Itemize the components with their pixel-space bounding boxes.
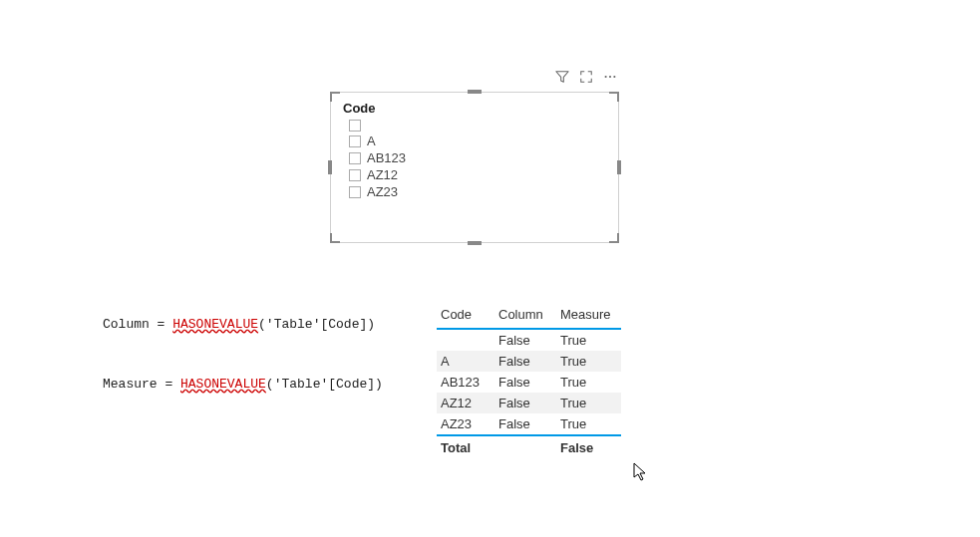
slicer-item-label: AZ12 xyxy=(367,167,398,182)
formula-function: HASONEVALUE xyxy=(180,377,266,392)
cursor-icon xyxy=(633,462,649,485)
table-header-row: Code Column Measure xyxy=(437,303,621,329)
cell-column: False xyxy=(494,351,556,372)
selection-handle[interactable] xyxy=(330,233,340,243)
header-measure[interactable]: Measure xyxy=(556,303,621,329)
cell-code: AB123 xyxy=(437,372,494,393)
selection-handle[interactable] xyxy=(468,90,482,94)
cell-measure: True xyxy=(556,329,621,351)
checkbox-icon[interactable] xyxy=(349,152,361,164)
slicer-item[interactable]: AB123 xyxy=(349,150,606,165)
svg-point-0 xyxy=(605,76,607,78)
slicer-item[interactable]: AZ23 xyxy=(349,184,606,199)
table-row: A False True xyxy=(437,351,621,372)
dax-formula-measure: Measure = HASONEVALUE('Table'[Code]) xyxy=(103,377,383,392)
more-options-icon[interactable] xyxy=(603,70,617,87)
table-row: AZ12 False True xyxy=(437,393,621,413)
table-row: AB123 False True xyxy=(437,372,621,393)
cell-measure: True xyxy=(556,351,621,372)
cell-code: A xyxy=(437,351,494,372)
cell-column: False xyxy=(494,329,556,351)
total-label: Total xyxy=(437,435,494,458)
dax-formula-column: Column = HASONEVALUE('Table'[Code]) xyxy=(103,317,375,332)
slicer-item[interactable]: AZ12 xyxy=(349,167,606,182)
cell-column: False xyxy=(494,413,556,435)
formula-arg: ('Table'[Code]) xyxy=(266,377,383,392)
slicer-toolbar xyxy=(555,70,617,87)
selection-handle[interactable] xyxy=(468,241,482,245)
total-measure: False xyxy=(556,435,621,458)
cell-code: AZ23 xyxy=(437,413,494,435)
slicer-visual[interactable]: Code A AB123 AZ12 AZ23 xyxy=(330,92,619,243)
cell-measure: True xyxy=(556,393,621,413)
formula-function: HASONEVALUE xyxy=(172,317,258,332)
selection-handle[interactable] xyxy=(609,233,619,243)
cell-code: AZ12 xyxy=(437,393,494,413)
header-code[interactable]: Code xyxy=(437,303,494,329)
selection-handle[interactable] xyxy=(609,92,619,102)
slicer-body[interactable]: Code A AB123 AZ12 AZ23 xyxy=(330,92,619,243)
formula-lhs: Measure = xyxy=(103,377,180,392)
table-total-row: Total False xyxy=(437,435,621,458)
cell-measure: True xyxy=(556,372,621,393)
focus-mode-icon[interactable] xyxy=(579,70,593,87)
formula-lhs: Column = xyxy=(103,317,172,332)
checkbox-icon[interactable] xyxy=(349,120,361,132)
table-row: False True xyxy=(437,329,621,351)
checkbox-icon[interactable] xyxy=(349,186,361,198)
cell-measure: True xyxy=(556,413,621,435)
slicer-item[interactable]: A xyxy=(349,134,606,148)
total-column xyxy=(494,435,556,458)
slicer-item[interactable] xyxy=(349,120,606,132)
checkbox-icon[interactable] xyxy=(349,135,361,147)
table-row: AZ23 False True xyxy=(437,413,621,435)
cell-column: False xyxy=(494,393,556,413)
cell-column: False xyxy=(494,372,556,393)
header-column[interactable]: Column xyxy=(494,303,556,329)
cell-code xyxy=(437,329,494,351)
slicer-item-label: AB123 xyxy=(367,150,406,165)
filter-icon[interactable] xyxy=(555,70,569,87)
svg-point-2 xyxy=(613,76,615,78)
slicer-item-label: AZ23 xyxy=(367,184,398,199)
svg-point-1 xyxy=(609,76,611,78)
slicer-list: A AB123 AZ12 AZ23 xyxy=(349,120,606,199)
selection-handle[interactable] xyxy=(617,160,621,174)
formula-arg: ('Table'[Code]) xyxy=(258,317,375,332)
selection-handle[interactable] xyxy=(328,160,332,174)
slicer-item-label: A xyxy=(367,134,376,148)
selection-handle[interactable] xyxy=(330,92,340,102)
result-table-visual[interactable]: Code Column Measure False True A False T… xyxy=(437,303,621,458)
slicer-title: Code xyxy=(343,101,606,116)
checkbox-icon[interactable] xyxy=(349,169,361,181)
result-table: Code Column Measure False True A False T… xyxy=(437,303,621,458)
